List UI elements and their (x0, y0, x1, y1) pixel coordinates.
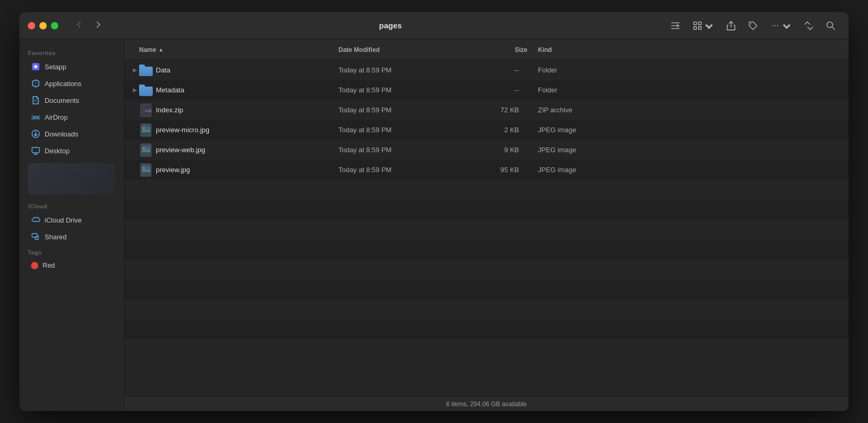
empty-row (124, 240, 849, 260)
svg-rect-6 (698, 26, 701, 29)
sidebar-item-shared[interactable]: Shared (23, 229, 121, 245)
forward-button[interactable] (90, 17, 107, 34)
sidebar: Favorites Setapp (19, 39, 124, 411)
file-name-cell: zip Index.zip (139, 103, 338, 117)
documents-icon (31, 96, 40, 105)
folder-icon (139, 64, 153, 77)
back-button[interactable] (71, 17, 88, 34)
shared-icon (31, 232, 40, 241)
folder-icon (139, 83, 153, 97)
sidebar-item-label: Downloads (45, 130, 78, 138)
sidebar-item-label: Red (43, 261, 55, 269)
favorites-label: Favorites (19, 46, 124, 58)
toolbar-right (666, 18, 840, 34)
file-size: 2 KB (459, 126, 527, 134)
sidebar-item-setapp[interactable]: Setapp (23, 59, 121, 75)
finder-window: pages (19, 12, 849, 411)
maximize-button[interactable] (51, 22, 58, 29)
applications-icon (31, 79, 40, 88)
airdrop-icon (31, 112, 40, 122)
svg-rect-23 (32, 234, 37, 237)
col-header-modified[interactable]: Date Modified (338, 46, 459, 54)
close-button[interactable] (28, 22, 35, 29)
svg-point-8 (772, 25, 773, 26)
empty-row (124, 220, 849, 240)
col-header-size[interactable]: Size (459, 46, 527, 54)
col-header-kind[interactable]: Kind (527, 46, 842, 54)
zip-icon: zip (139, 103, 153, 117)
file-size: 72 KB (459, 106, 527, 114)
desktop-icon (31, 146, 40, 155)
sidebar-item-desktop[interactable]: Desktop (23, 143, 121, 158)
sidebar-item-label: Applications (45, 80, 81, 88)
svg-rect-20 (32, 147, 39, 153)
sidebar-item-downloads[interactable]: Downloads (23, 126, 121, 142)
sidebar-item-documents[interactable]: Documents (23, 92, 121, 108)
svg-rect-5 (694, 26, 696, 29)
file-row[interactable]: preview-web.jpg Today at 8:59 PM 9 KB JP… (124, 140, 849, 160)
sidebar-item-red[interactable]: Red (23, 258, 121, 272)
file-kind: Folder (527, 86, 842, 94)
more-button[interactable] (766, 18, 796, 34)
file-modified: Today at 8:59 PM (338, 86, 459, 94)
file-row[interactable]: preview-micro.jpg Today at 8:59 PM 2 KB … (124, 120, 849, 140)
file-name: Metadata (156, 86, 184, 94)
jpeg-icon (139, 163, 153, 177)
status-text: 6 items, 294.06 GB available (446, 400, 526, 408)
empty-area (124, 180, 849, 359)
file-modified: Today at 8:59 PM (338, 66, 459, 74)
share-button[interactable] (722, 18, 740, 34)
minimize-button[interactable] (39, 22, 47, 29)
svg-text:zip: zip (145, 109, 152, 113)
expand-chevron[interactable]: ▶ (131, 66, 139, 75)
list-view-button[interactable] (666, 18, 685, 34)
file-row[interactable]: preview.jpg Today at 8:59 PM 95 KB JPEG … (124, 160, 849, 180)
file-size: -- (459, 86, 527, 94)
file-list: ▶ Data Today at 8:59 PM -- Folder (124, 60, 849, 396)
file-name-cell: Metadata (139, 83, 338, 97)
expand-button[interactable] (799, 18, 818, 34)
traffic-lights (28, 22, 58, 29)
downloads-icon (31, 129, 40, 139)
tag-button[interactable] (744, 18, 763, 34)
file-row[interactable]: ▶ Metadata Today at 8:59 PM -- Folder (124, 80, 849, 100)
file-kind: ZIP archive (527, 106, 842, 114)
icloud-icon (31, 215, 40, 225)
col-header-name[interactable]: Name ▲ (139, 46, 338, 54)
file-kind: Folder (527, 66, 842, 74)
grid-view-button[interactable] (688, 18, 718, 34)
svg-point-10 (777, 25, 778, 26)
svg-point-35 (143, 167, 145, 168)
sidebar-item-airdrop[interactable]: AirDrop (23, 109, 121, 125)
sidebar-item-label: iCloud Drive (45, 216, 82, 224)
column-headers: Name ▲ Date Modified Size Kind (124, 39, 849, 60)
empty-row (124, 340, 849, 359)
search-button[interactable] (821, 18, 840, 34)
file-row[interactable]: ▶ Data Today at 8:59 PM -- Folder (124, 60, 849, 80)
expand-chevron[interactable]: ▶ (131, 86, 139, 94)
window-title: pages (115, 21, 666, 30)
file-modified: Today at 8:59 PM (338, 166, 459, 174)
empty-row (124, 300, 849, 320)
file-kind: JPEG image (527, 126, 842, 134)
sidebar-item-label: Shared (45, 233, 67, 241)
file-name-cell: preview-micro.jpg (139, 123, 338, 137)
file-size: 95 KB (459, 166, 527, 174)
file-modified: Today at 8:59 PM (338, 106, 459, 114)
file-row[interactable]: zip Index.zip Today at 8:59 PM 72 KB ZIP… (124, 100, 849, 120)
sidebar-item-icloud-drive[interactable]: iCloud Drive (23, 212, 121, 228)
file-modified: Today at 8:59 PM (338, 146, 459, 154)
file-name: Index.zip (156, 106, 183, 114)
icloud-label: iCloud (19, 199, 124, 212)
svg-point-7 (750, 23, 751, 24)
sidebar-item-label: Documents (45, 97, 79, 104)
empty-row (124, 280, 849, 300)
svg-line-12 (832, 27, 834, 29)
sidebar-item-applications[interactable]: Applications (23, 76, 121, 91)
empty-row (124, 320, 849, 340)
statusbar: 6 items, 294.06 GB available (124, 396, 849, 411)
file-name: preview-web.jpg (156, 146, 205, 154)
svg-rect-4 (698, 22, 701, 24)
jpeg-icon (139, 123, 153, 137)
file-name: preview.jpg (156, 166, 190, 174)
